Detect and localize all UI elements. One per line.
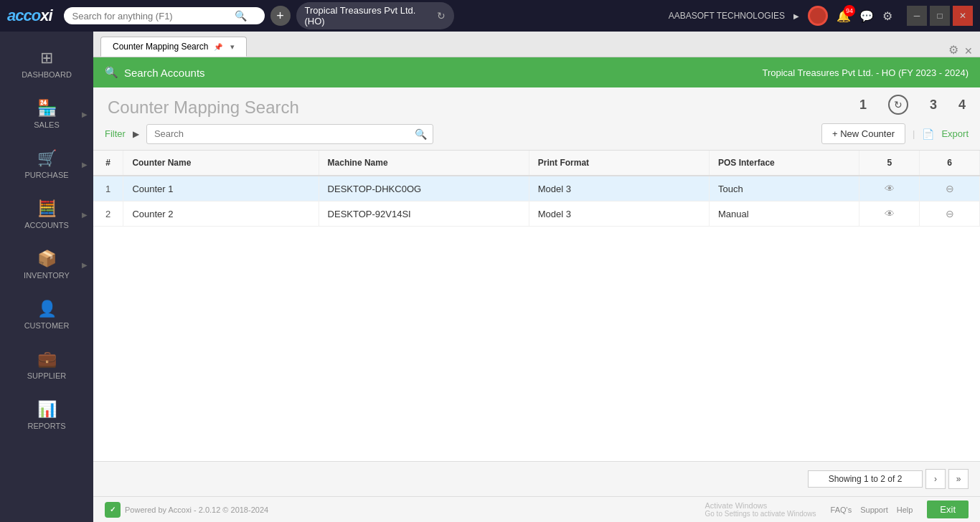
search-input[interactable] <box>147 125 409 143</box>
search-accounts-label: 🔍 Search Accounts <box>105 66 205 79</box>
new-counter-button[interactable]: + New Counter <box>821 123 905 144</box>
col-header-5: 5 <box>859 151 920 176</box>
page-title: Counter Mapping Search <box>108 98 299 118</box>
tab-close-x-icon[interactable]: ✕ <box>964 45 973 57</box>
sidebar-label-reports: REPORTS <box>28 422 66 430</box>
page-header: 🔍 Search Accounts Tropical Treasures Pvt… <box>93 57 980 87</box>
top-right-area: AABASOFT TECHNOLOGIES ▶ 🔔 94 💬 ⚙ ─ □ ✕ <box>669 6 973 26</box>
avatar[interactable] <box>808 6 828 26</box>
footer: ✓ Powered by Accoxi - 2.0.12 © 2018-2024… <box>93 496 980 522</box>
sidebar-label-dashboard: DASHBOARD <box>22 70 72 79</box>
view-icon-2[interactable]: 👁 <box>885 208 895 219</box>
activate-title: Activate Windows <box>705 501 816 510</box>
cell-delete-1[interactable]: ⊖ <box>920 176 980 201</box>
reports-icon: 📊 <box>37 400 57 419</box>
search-accounts-text: Search Accounts <box>124 67 205 79</box>
pagination-bar: Showing 1 to 2 of 2 › » <box>93 461 980 496</box>
supplier-icon: 💼 <box>37 350 57 369</box>
sidebar-label-sales: SALES <box>34 120 59 129</box>
table-row[interactable]: 2 Counter 2 DESKTOP-92V14SI Model 3 Manu… <box>93 201 980 227</box>
cell-counter-name-2: Counter 2 <box>123 201 319 227</box>
tab-label: Counter Mapping Search <box>113 42 208 52</box>
company-name-top: Tropical Treasures Pvt Ltd.(HO) <box>305 5 433 27</box>
powered-by-text: Powered by Accoxi - 2.0.12 © 2018-2024 <box>125 506 268 514</box>
delete-icon-2[interactable]: ⊖ <box>946 208 954 219</box>
notification-button[interactable]: 🔔 94 <box>837 9 851 23</box>
step-4: 4 <box>958 98 966 113</box>
sidebar-label-purchase: PURCHASE <box>24 171 68 179</box>
cell-view-1[interactable]: 👁 <box>859 176 920 201</box>
tab-counter-mapping[interactable]: Counter Mapping Search 📌 ▾ <box>100 37 247 57</box>
sidebar-item-purchase[interactable]: 🛒 PURCHASE ▶ <box>0 139 93 189</box>
col-header-pos-interface: POS Interface <box>710 151 859 176</box>
export-label: Export <box>941 128 969 139</box>
footer-right: Activate Windows Go to Settings to activ… <box>705 500 969 518</box>
table-container: # Counter Name Machine Name Print Format… <box>93 151 980 461</box>
activate-windows-msg: Activate Windows Go to Settings to activ… <box>705 501 816 518</box>
pin-icon: 📌 <box>214 43 222 51</box>
view-icon-1[interactable]: 👁 <box>885 183 895 194</box>
app-logo: accoxi <box>7 6 52 25</box>
search-box-icon[interactable]: 🔍 <box>409 125 433 143</box>
sidebar-label-inventory: INVENTORY <box>24 271 70 280</box>
close-button[interactable]: ✕ <box>953 6 973 26</box>
sidebar-item-sales[interactable]: 🏪 SALES ▶ <box>0 89 93 139</box>
footer-links: FAQ's Support Help <box>831 506 913 514</box>
sidebar-label-customer: CUSTOMER <box>24 321 70 330</box>
company-label: AABASOFT TECHNOLOGIES <box>669 11 785 21</box>
sidebar-item-accounts[interactable]: 🧮 ACCOUNTS ▶ <box>0 189 93 239</box>
sidebar-item-dashboard[interactable]: ⊞ DASHBOARD <box>0 39 93 89</box>
minimize-button[interactable]: ─ <box>907 6 927 26</box>
maximize-button[interactable]: □ <box>930 6 950 26</box>
cell-machine-name-2: DESKTOP-92V14SI <box>319 201 529 227</box>
sidebar-item-inventory[interactable]: 📦 INVENTORY ▶ <box>0 239 93 290</box>
cell-print-format-1: Model 3 <box>529 176 709 201</box>
new-counter-label: + New Counter <box>832 128 895 139</box>
exit-button[interactable]: Exit <box>927 500 969 518</box>
refresh-button[interactable]: ↻ <box>888 95 908 115</box>
arrow-icon: ▶ <box>793 12 799 20</box>
table-row[interactable]: 1 Counter 1 DESKTOP-DHKC0OG Model 3 Touc… <box>93 176 980 201</box>
settings-icon[interactable]: ⚙ <box>882 9 892 23</box>
next-page-button[interactable]: › <box>925 469 946 489</box>
cell-delete-2[interactable]: ⊖ <box>920 201 980 227</box>
col-header-machine-name: Machine Name <box>319 151 529 176</box>
global-search-input[interactable] <box>72 11 230 22</box>
cell-pos-interface-1: Touch <box>710 176 859 201</box>
sidebar-item-customer[interactable]: 👤 CUSTOMER <box>0 290 93 340</box>
table-header-row: # Counter Name Machine Name Print Format… <box>93 151 980 176</box>
company-selector[interactable]: Tropical Treasures Pvt Ltd.(HO) ↻ <box>296 2 454 29</box>
delete-icon-1[interactable]: ⊖ <box>946 183 954 194</box>
cell-pos-interface-2: Manual <box>710 201 859 227</box>
sidebar-item-supplier[interactable]: 💼 SUPPLIER <box>0 340 93 390</box>
cell-view-2[interactable]: 👁 <box>859 201 920 227</box>
global-search-box[interactable]: 🔍 <box>64 7 265 24</box>
cell-machine-name-1: DESKTOP-DHKC0OG <box>319 176 529 201</box>
customer-icon: 👤 <box>37 300 57 318</box>
page-info: Showing 1 to 2 of 2 <box>808 470 923 488</box>
tab-close-icon[interactable]: ▾ <box>230 42 235 51</box>
sidebar-item-reports[interactable]: 📊 REPORTS <box>0 390 93 440</box>
filter-label: Filter <box>105 128 126 139</box>
tab-settings-icon[interactable]: ⚙ <box>948 43 958 57</box>
faq-link[interactable]: FAQ's <box>831 506 852 514</box>
export-icon: 📄 <box>922 128 934 140</box>
avatar-inner <box>810 8 826 24</box>
support-link[interactable]: Support <box>860 506 888 514</box>
search-box[interactable]: 🔍 <box>146 124 433 144</box>
col-header-6: 6 <box>920 151 980 176</box>
activate-sub: Go to Settings to activate Windows <box>705 510 816 518</box>
footer-logo-icon: ✓ <box>105 502 121 518</box>
last-page-button[interactable]: » <box>948 469 969 489</box>
main-layout: ⊞ DASHBOARD 🏪 SALES ▶ 🛒 PURCHASE ▶ 🧮 ACC… <box>0 32 980 522</box>
inventory-arrow-icon: ▶ <box>82 261 88 269</box>
add-button[interactable]: + <box>270 6 291 26</box>
help-link[interactable]: Help <box>897 506 913 514</box>
chat-icon[interactable]: 💬 <box>859 9 874 23</box>
content-area: Counter Mapping Search 📌 ▾ ⚙ ✕ 🔍 Search … <box>93 32 980 522</box>
filter-button[interactable]: Filter <box>105 128 126 139</box>
export-button[interactable]: Export <box>941 128 969 139</box>
company-refresh-icon[interactable]: ↻ <box>437 10 446 22</box>
dashboard-icon: ⊞ <box>40 49 53 67</box>
cell-num-2: 2 <box>93 201 123 227</box>
